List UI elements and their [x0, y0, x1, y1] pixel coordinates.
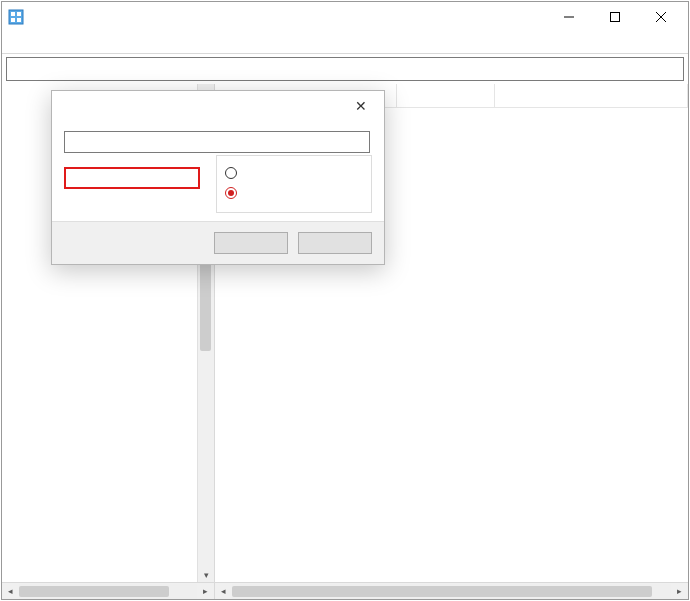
- scrollbar-thumb[interactable]: [232, 586, 652, 597]
- svg-rect-4: [17, 18, 21, 22]
- menu-help[interactable]: [78, 41, 94, 45]
- value-data-input[interactable]: [64, 167, 200, 189]
- dialog-close-button[interactable]: ✕: [346, 91, 376, 121]
- tree-scrollbar-horizontal[interactable]: ◂ ▸: [2, 582, 215, 599]
- titlebar[interactable]: [2, 2, 688, 32]
- regedit-icon: [8, 9, 24, 25]
- scroll-left-icon[interactable]: ◂: [215, 584, 232, 599]
- base-fieldset: [216, 155, 372, 213]
- menu-edit[interactable]: [24, 41, 40, 45]
- close-button[interactable]: [638, 3, 684, 31]
- horizontal-scrollbars: ◂ ▸ ◂ ▸: [2, 582, 688, 599]
- menu-view[interactable]: [42, 41, 58, 45]
- svg-rect-3: [11, 18, 15, 22]
- address-bar[interactable]: [6, 57, 684, 81]
- radio-icon: [225, 187, 237, 199]
- scroll-right-icon[interactable]: ▸: [197, 584, 214, 599]
- scroll-right-icon[interactable]: ▸: [671, 584, 688, 599]
- registry-editor-window: ▴ ▾ ◂ ▸ ◂ ▸ ✕: [1, 1, 689, 600]
- minimize-button[interactable]: [546, 3, 592, 31]
- edit-dword-dialog: ✕: [51, 90, 385, 265]
- scrollbar-thumb[interactable]: [19, 586, 169, 597]
- menubar: [2, 32, 688, 54]
- menu-favorites[interactable]: [60, 41, 76, 45]
- svg-rect-6: [611, 13, 620, 22]
- svg-rect-2: [17, 12, 21, 16]
- value-name-input[interactable]: [64, 131, 370, 153]
- list-scrollbar-horizontal[interactable]: ◂ ▸: [215, 582, 688, 599]
- cancel-button[interactable]: [298, 232, 372, 254]
- scroll-left-icon[interactable]: ◂: [2, 584, 19, 599]
- svg-rect-1: [11, 12, 15, 16]
- maximize-button[interactable]: [592, 3, 638, 31]
- radio-hexadecimal[interactable]: [225, 164, 363, 182]
- ok-button[interactable]: [214, 232, 288, 254]
- radio-decimal[interactable]: [225, 184, 363, 202]
- radio-icon: [225, 167, 237, 179]
- column-data[interactable]: [495, 84, 688, 107]
- menu-file[interactable]: [6, 41, 22, 45]
- scroll-down-icon[interactable]: ▾: [198, 567, 215, 582]
- dialog-buttons: [52, 221, 384, 264]
- dialog-titlebar[interactable]: ✕: [52, 91, 384, 121]
- column-type[interactable]: [397, 84, 495, 107]
